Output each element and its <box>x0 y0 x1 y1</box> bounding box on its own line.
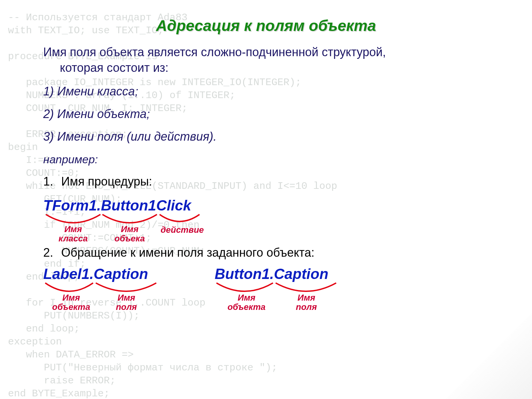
item-label: Имя процедуры: <box>61 175 152 188</box>
brace-label-object-left: Имяобъекта <box>51 293 91 312</box>
field-example-left: Label1.Caption Имяобъекта Имяполя <box>43 266 148 311</box>
item-label: Обращение к имени поля заданного объекта… <box>61 246 315 259</box>
list-item-3: 3) Имени поля (или действия). <box>43 130 509 144</box>
field-code-right: Button1.Caption <box>214 266 328 282</box>
example-label: например: <box>43 153 509 166</box>
field-example-right: Button1.Caption Имяобъекта Имяполя <box>214 266 328 311</box>
intro-line-1: Имя поля объекта является сложно-подчине… <box>43 45 509 60</box>
brace-label-field-left: Имяполя <box>110 293 143 312</box>
item-number: 2. <box>43 246 58 260</box>
list-item-2: 2) Имени объекта; <box>43 107 509 121</box>
brace-label-class: Имякласса <box>53 224 93 243</box>
brace-label-field-right: Имяполя <box>290 293 323 312</box>
brace-label-action: действие <box>159 225 205 235</box>
numbered-item-2: 2. Обращение к имени поля заданного объе… <box>43 246 509 260</box>
procedure-code: TForm1.Button1Click <box>43 197 509 214</box>
numbered-item-1: 1. Имя процедуры: <box>43 175 509 189</box>
item-number: 1. <box>43 175 58 189</box>
field-code-left: Label1.Caption <box>43 266 148 282</box>
list-item-1: 1) Имени класса; <box>43 84 509 98</box>
brace-label-object-right: Имяобъекта <box>226 293 266 312</box>
slide-title: Адресация к полям объекта <box>23 17 509 35</box>
slide-content: Адресация к полям объекта Имя поля объек… <box>0 0 532 399</box>
brace-label-object: Имяобъека <box>110 224 150 243</box>
intro-line-2: которая состоит из: <box>60 60 509 76</box>
